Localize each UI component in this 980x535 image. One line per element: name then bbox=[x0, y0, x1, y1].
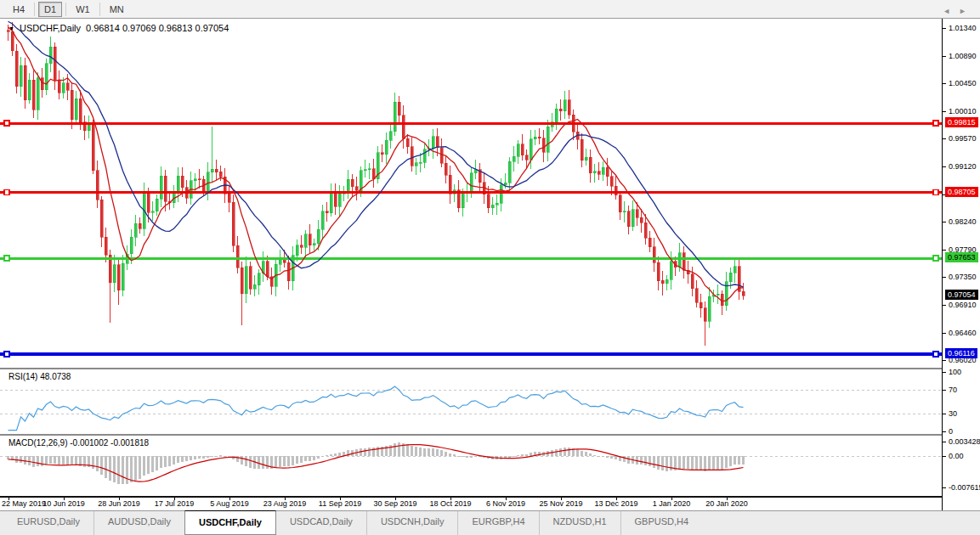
price-tick-label: 1.00010 bbox=[949, 107, 977, 115]
rsi-indicator-panel[interactable] bbox=[0, 370, 942, 434]
time-tick-label: 25 Nov 2019 bbox=[539, 499, 582, 508]
chart-title: ▼ USDCHF,Daily 0.96814 0.97069 0.96813 0… bbox=[8, 23, 229, 33]
rsi-tick-label: 100 bbox=[949, 368, 961, 376]
candlestick-chart-canvas[interactable] bbox=[0, 19, 942, 368]
time-tick-label: 13 Dec 2019 bbox=[594, 499, 637, 508]
level-price-label: 0.98705 bbox=[945, 187, 978, 197]
price-tick-mark bbox=[943, 83, 946, 84]
price-tick-label: 0.99120 bbox=[949, 162, 977, 171]
rsi-tick-mark bbox=[943, 390, 946, 391]
chart-tab-usdchf[interactable]: USDCHF,Daily bbox=[184, 510, 276, 535]
macd-tick-label: 0.003428 bbox=[949, 437, 980, 446]
timeframe-button-mn[interactable]: MN bbox=[104, 2, 130, 17]
price-tick-label: 0.98240 bbox=[949, 217, 977, 226]
price-tick-mark bbox=[943, 277, 946, 278]
rsi-tick-label: 70 bbox=[949, 386, 957, 394]
time-tick-label: 30 Sep 2019 bbox=[373, 499, 416, 508]
toolbar-separator bbox=[34, 3, 35, 16]
macd-tick-mark bbox=[943, 456, 946, 457]
timeframe-button-d1[interactable]: D1 bbox=[38, 2, 62, 17]
price-axis[interactable]: 1.013401.008901.004501.000100.995700.991… bbox=[943, 19, 980, 510]
macd-tick-label: 0.00 bbox=[949, 452, 964, 460]
ohlc-values: 0.96814 0.97069 0.96813 0.97054 bbox=[86, 23, 229, 33]
chart-tab-usdcnh[interactable]: USDCNH,Daily bbox=[366, 511, 458, 535]
current-price-label: 0.97054 bbox=[945, 290, 978, 300]
timeframe-button-h4[interactable]: H4 bbox=[7, 2, 31, 17]
chart-tab-usdcad[interactable]: USDCAD,Daily bbox=[276, 511, 366, 535]
price-tick-mark bbox=[943, 250, 946, 251]
time-tick-label: 5 Aug 2019 bbox=[210, 499, 249, 508]
time-tick-label: 11 Sep 2019 bbox=[319, 499, 361, 508]
macd-tick-label: -0.007615 bbox=[949, 483, 980, 492]
time-tick-label: 22 May 2019 bbox=[2, 499, 46, 508]
toolbar-separator bbox=[65, 3, 66, 16]
price-tick-mark bbox=[943, 28, 946, 29]
rsi-tick-label: 0 bbox=[949, 427, 953, 436]
rsi-tick-label: 30 bbox=[949, 409, 957, 418]
price-tick-mark bbox=[943, 333, 946, 334]
price-tick-mark bbox=[943, 56, 946, 57]
price-tick-mark bbox=[943, 111, 946, 112]
terminal-window: H4D1W1MN ▼ USDCHF,Daily 0.96814 0.97069 … bbox=[0, 0, 980, 535]
time-tick-label: 23 Aug 2019 bbox=[263, 499, 307, 508]
timeframe-button-w1[interactable]: W1 bbox=[70, 2, 96, 17]
rsi-tick-mark bbox=[943, 414, 946, 414]
price-tick-mark bbox=[943, 166, 946, 167]
rsi-chart-canvas[interactable] bbox=[0, 370, 942, 434]
macd-tick-mark bbox=[943, 442, 946, 442]
collapse-triangle-icon[interactable]: ▼ bbox=[8, 25, 14, 31]
price-tick-label: 0.96460 bbox=[949, 329, 977, 337]
macd-label: MACD(12,26,9) -0.001002 -0.001818 bbox=[8, 438, 149, 448]
price-tick-mark bbox=[943, 360, 946, 361]
chart-tab-eurusd[interactable]: EURUSD,Daily bbox=[3, 511, 93, 535]
chart-tab-gbpusd[interactable]: GBPUSD,H4 bbox=[620, 511, 703, 535]
chart-tab-audusd[interactable]: AUDUSD,Daily bbox=[93, 511, 184, 535]
price-tick-mark bbox=[943, 222, 946, 222]
level-price-label: 0.99815 bbox=[945, 117, 978, 127]
toolbar-separator bbox=[99, 3, 100, 16]
time-axis[interactable]: 22 May 201910 Jun 201928 Jun 201917 Jul … bbox=[0, 498, 942, 510]
price-tick-label: 0.97350 bbox=[949, 273, 977, 281]
price-tick-label: 0.99570 bbox=[949, 134, 977, 143]
tab-scroll-right-icon[interactable]: ► bbox=[959, 7, 975, 15]
rsi-tick-mark bbox=[943, 372, 946, 373]
price-tick-label: 0.96910 bbox=[949, 301, 977, 309]
rsi-label: RSI(14) 48.0738 bbox=[8, 372, 71, 381]
macd-tick-mark bbox=[943, 487, 946, 488]
time-tick-label: 17 Jul 2019 bbox=[155, 499, 195, 508]
main-chart-panel[interactable] bbox=[0, 19, 942, 368]
chart-tab-bar: EURUSD,DailyAUDUSD,DailyUSDCHF,DailyUSDC… bbox=[0, 510, 980, 535]
timeframe-toolbar: H4D1W1MN bbox=[0, 0, 980, 19]
price-tick-mark bbox=[943, 138, 946, 139]
level-price-label: 0.97653 bbox=[945, 252, 978, 262]
chart-tab-nzdusd[interactable]: NZDUSD,H1 bbox=[539, 511, 620, 535]
time-tick-label: 1 Jan 2020 bbox=[653, 499, 691, 508]
level-price-label: 0.96116 bbox=[945, 348, 977, 358]
price-tick-label: 1.00450 bbox=[949, 79, 977, 87]
price-tick-label: 1.01340 bbox=[949, 24, 977, 32]
time-tick-label: 18 Oct 2019 bbox=[429, 499, 471, 508]
chart-tab-eurgbp[interactable]: EURGBP,H4 bbox=[457, 511, 538, 535]
price-tick-label: 1.00890 bbox=[949, 52, 977, 60]
time-tick-label: 10 Jun 2019 bbox=[42, 499, 85, 508]
rsi-tick-mark bbox=[943, 431, 946, 432]
time-tick-label: 20 Jan 2020 bbox=[705, 499, 748, 508]
tab-scroll-arrows: ◄► bbox=[943, 7, 975, 15]
price-tick-mark bbox=[943, 305, 946, 306]
tab-scroll-left-icon[interactable]: ◄ bbox=[943, 7, 959, 15]
symbol-period-label: USDCHF,Daily bbox=[20, 23, 81, 33]
time-tick-label: 28 Jun 2019 bbox=[98, 499, 140, 508]
time-tick-label: 6 Nov 2019 bbox=[486, 499, 525, 508]
